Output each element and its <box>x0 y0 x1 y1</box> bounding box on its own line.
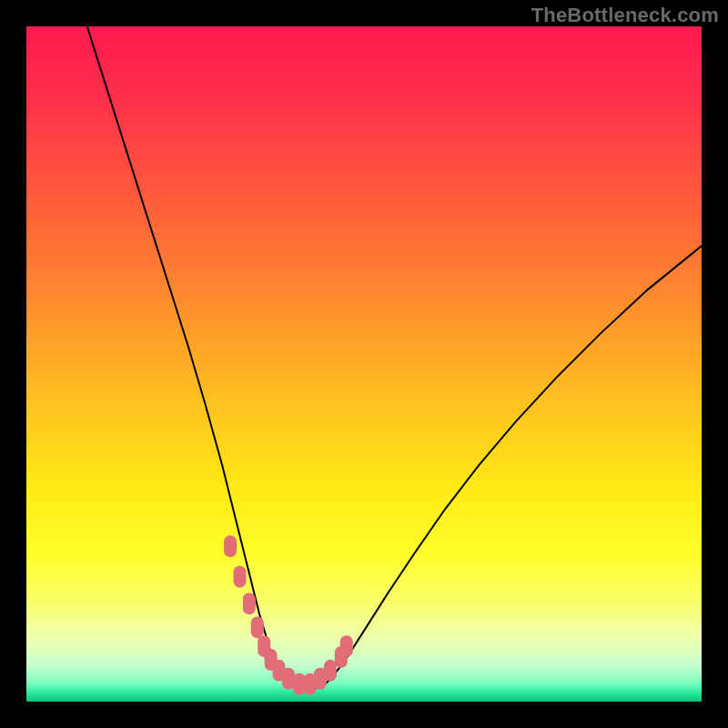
attribution-label: TheBottleneck.com <box>531 4 719 27</box>
marker-dot <box>243 592 256 614</box>
bottleneck-chart <box>26 26 702 702</box>
page-frame: TheBottleneck.com <box>0 0 728 728</box>
plot-area <box>26 26 702 702</box>
marker-dot <box>251 616 264 638</box>
marker-dot <box>224 535 237 557</box>
gradient-background <box>26 26 702 702</box>
marker-dot <box>340 635 353 657</box>
marker-dot <box>233 566 246 588</box>
marker-dot <box>324 660 337 682</box>
